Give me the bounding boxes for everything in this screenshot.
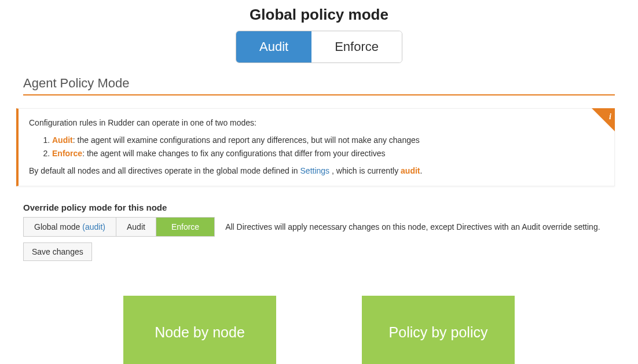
info-footer-mid: , which is currently <box>329 166 401 175</box>
info-corner <box>592 108 615 131</box>
global-audit-button[interactable]: Audit <box>236 31 311 62</box>
settings-link[interactable]: Settings <box>300 166 330 175</box>
info-callout: i Configuration rules in Rudder can oper… <box>16 108 615 186</box>
override-title: Override policy mode for this node <box>23 203 615 212</box>
current-mode: audit <box>401 166 420 175</box>
info-footer-pre: By default all nodes and all directives … <box>29 166 300 175</box>
info-footer-end: . <box>420 166 423 175</box>
global-enforce-button[interactable]: Enforce <box>311 31 402 62</box>
nav-tiles: Node by node Policy by policy <box>0 296 638 364</box>
section-rule <box>23 94 615 95</box>
override-global-value: (audit) <box>82 222 105 231</box>
enforce-desc: : the agent will make changes to fix any… <box>82 149 385 158</box>
override-description: All Directives will apply necessary chan… <box>225 222 600 231</box>
save-button[interactable]: Save changes <box>23 242 92 261</box>
tile-node-by-node[interactable]: Node by node <box>123 296 276 364</box>
section-heading: Agent Policy Mode <box>23 76 615 91</box>
override-enforce-button[interactable]: Enforce <box>156 218 214 236</box>
page-title: Global policy mode <box>0 0 638 24</box>
info-item-enforce: Enforce: the agent will make changes to … <box>52 148 586 160</box>
audit-desc: : the agent will examine configurations … <box>73 135 420 145</box>
override-button-group: Global mode (audit) Audit Enforce <box>23 217 215 237</box>
info-footer: By default all nodes and all directives … <box>29 165 586 178</box>
info-intro: Configuration rules in Rudder can operat… <box>29 117 586 130</box>
info-item-audit: Audit: the agent will examine configurat… <box>52 134 586 147</box>
override-section: Override policy mode for this node Globa… <box>23 203 615 261</box>
override-global-mode-button[interactable]: Global mode (audit) <box>24 218 116 236</box>
enforce-keyword: Enforce <box>52 149 82 158</box>
tile-policy-by-policy[interactable]: Policy by policy <box>362 296 515 364</box>
global-policy-toggle: Audit Enforce <box>0 31 638 63</box>
override-audit-button[interactable]: Audit <box>116 218 156 236</box>
info-icon: i <box>609 111 611 123</box>
override-global-label: Global mode <box>34 222 82 231</box>
audit-keyword: Audit <box>52 135 73 145</box>
